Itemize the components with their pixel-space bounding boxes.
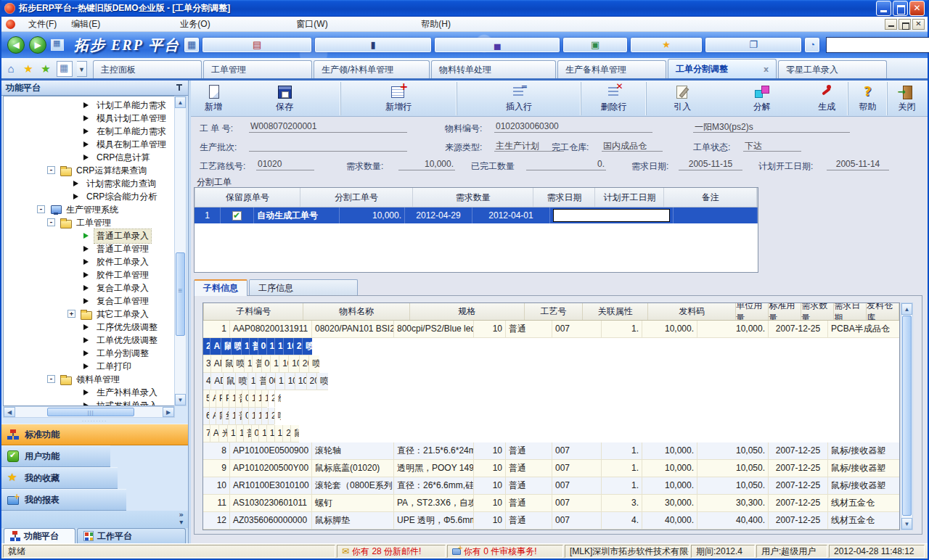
expand-toggle[interactable]: - xyxy=(47,375,55,383)
book-icon[interactable] xyxy=(315,38,431,52)
column-header[interactable]: 需求数量 xyxy=(801,303,834,320)
panel-my-reports[interactable]: 我的报表 xyxy=(1,489,126,511)
generate-button[interactable]: 生成 xyxy=(809,82,845,115)
split-order-row[interactable]: 1 自动生成工单号 10,000. 2012-04-29 2012-04-01 xyxy=(195,207,758,223)
tree-item[interactable]: - CRP运算结果查询 xyxy=(4,164,75,177)
column-header[interactable]: 发料码 xyxy=(648,303,736,320)
pin-icon[interactable] xyxy=(175,83,184,92)
material-name-field[interactable]: 一阳M30(ps2)s xyxy=(693,121,850,133)
column-header[interactable]: 需求日期 xyxy=(834,303,867,320)
sidebar-horizontal-scrollbar[interactable]: ◀ ▶ xyxy=(3,406,175,418)
column-header[interactable]: 需求数量 xyxy=(413,188,533,207)
grid-icon[interactable] xyxy=(184,38,199,52)
tab-main-panel[interactable]: 主控面板 x xyxy=(93,60,202,78)
scroll-up-button[interactable]: ▲ xyxy=(175,96,186,108)
鼠标脚垫[interactable]: 12 AZ0356060000000 鼠标脚垫 UPE 透明，Φ5.6mm， 1… xyxy=(203,512,899,530)
calendar-icon[interactable] xyxy=(202,38,311,52)
route-no-field[interactable]: 01020 xyxy=(256,159,314,170)
menu-item[interactable]: 窗口(W) xyxy=(289,17,414,32)
required-date-field[interactable]: 2005-11-15 xyxy=(679,159,742,170)
decompose-button[interactable]: 分解 xyxy=(716,82,809,115)
required-qty-field[interactable]: 10,000. xyxy=(398,159,455,170)
tree-item[interactable]: 复合工单管理 xyxy=(4,295,174,308)
star-icon[interactable] xyxy=(631,38,702,52)
scroll-up-button[interactable]: ▲ xyxy=(901,303,912,315)
scroll-down-button[interactable]: ▼ xyxy=(901,518,912,530)
tree-item[interactable]: 工序优先级调整 xyxy=(4,321,174,334)
column-header[interactable] xyxy=(757,188,758,207)
help-button[interactable]: 帮助 xyxy=(848,82,884,115)
column-header[interactable]: 单位用量 xyxy=(736,303,769,320)
remark-input[interactable] xyxy=(553,209,670,222)
delete-row-button[interactable]: 删除行 xyxy=(581,82,643,115)
column-header[interactable]: 物料名称 xyxy=(303,303,410,320)
add-favorite-icon[interactable]: ★ xyxy=(39,62,52,75)
planned-start-field[interactable]: 2005-11-14 xyxy=(827,159,889,170)
window-icon[interactable] xyxy=(705,38,801,52)
save-button[interactable]: 保存 xyxy=(232,82,337,115)
forward-button[interactable]: ▶ xyxy=(29,36,46,54)
螺钉[interactable]: 11 AS1030230601011 螺钉 PA，ST2.3X6，自攻尖 10 … xyxy=(203,495,899,512)
tree-item[interactable]: 工单打印 xyxy=(4,360,174,373)
tree-item[interactable]: 普通工单管理 xyxy=(4,242,174,255)
tab-child-material-info[interactable]: 子料信息 xyxy=(194,279,247,296)
minimize-button[interactable] xyxy=(876,1,891,16)
tab-work-order-split[interactable]: 工单分割调整 x xyxy=(668,59,777,78)
expand-toggle[interactable]: - xyxy=(37,205,45,213)
order-status-field[interactable]: 下达 xyxy=(743,140,801,152)
tree-item[interactable]: - 领料单管理 xyxy=(4,373,174,386)
expand-toggle[interactable]: - xyxy=(47,218,55,226)
tree-item[interactable]: 工单分割调整 xyxy=(4,347,174,360)
grid-vertical-scrollbar[interactable]: ▲ ▼ xyxy=(901,302,913,530)
鼠标底盖(01020)[interactable]: 9 AP1010200500Y00 鼠标底盖(01020) 透明黑，POOY 1… xyxy=(203,460,899,477)
PS/2公插线(带SR1)[interactable]: 5 AEWP1H3BE002500 PS/2公插线(带SR1) PS/2Blac… xyxy=(203,390,267,408)
鼠标中框（08020）[interactable]: 4 AD1010200400500 鼠标中框（08020） 喷油：两侧为哑黑，(… xyxy=(203,373,328,390)
tab-list-dropdown-icon[interactable]: ▼ xyxy=(77,61,87,77)
close-button[interactable]: 关闭 xyxy=(887,82,923,115)
more-options-icon[interactable]: »▾ xyxy=(179,511,184,526)
column-header[interactable]: 计划开工日期 xyxy=(595,188,664,207)
column-header[interactable]: 工艺号 xyxy=(525,303,584,320)
expand-toggle[interactable]: + xyxy=(67,310,75,318)
滚轮套（0800E系列[interactable]: 10 AR10100E3010100 滚轮套（0800E系列 直径：26*6.6… xyxy=(203,477,899,495)
tab-material-requisition[interactable]: 生产领/补料单管理 x xyxy=(314,60,430,78)
sidebar-vertical-scrollbar[interactable]: ▲ ▼ xyxy=(174,96,187,406)
tree-item[interactable]: 拉式发料单录入 xyxy=(4,399,174,406)
menu-item[interactable]: 文件(F) xyxy=(21,17,64,32)
close-window-button[interactable] xyxy=(909,1,925,16)
tree-item[interactable]: 模具在制工单管理 xyxy=(4,138,128,151)
completed-qty-field[interactable]: 0. xyxy=(526,159,606,170)
restore-button[interactable] xyxy=(893,1,908,16)
material-no-field[interactable]: 0102030060300 xyxy=(494,121,652,133)
quick-command-input[interactable] xyxy=(826,37,929,53)
tree-item[interactable]: 普通工单录入 xyxy=(4,229,174,242)
menu-item[interactable]: 编辑(E) xyxy=(64,17,173,32)
column-header[interactable]: 发料仓库 xyxy=(867,303,899,320)
import-button[interactable]: 引入 xyxy=(646,82,716,115)
column-header[interactable]: 备注 xyxy=(664,188,757,207)
鼠标上盖(哑黑)[interactable]: 6 AG1010200060300 鼠标上盖(哑黑) 丝印：“一阳科技” 10 … xyxy=(203,408,274,425)
tree-item[interactable]: 生产补料单录入 xyxy=(4,386,174,399)
add-row-button[interactable]: 新增行 xyxy=(340,82,454,115)
tab-function-platform[interactable]: 功能平台 xyxy=(4,528,75,543)
column-header[interactable]: 分割工单号 xyxy=(300,188,413,207)
column-header[interactable]: 规格 xyxy=(410,303,525,320)
column-header[interactable]: 子料编号 xyxy=(204,303,303,320)
tree-item[interactable]: - 工单管理 xyxy=(4,216,174,229)
tree-item[interactable]: CRP综合能力分析 xyxy=(4,190,174,203)
tree-item[interactable]: + 其它工单录入 xyxy=(4,308,174,321)
tab-work-order-mgmt[interactable]: 工单管理 x xyxy=(203,60,312,78)
tab-misc-work-order[interactable]: 零星工单录入 x xyxy=(778,60,887,78)
scroll-left-button[interactable]: ◀ xyxy=(4,407,15,417)
insert-row-button[interactable]: 插入行 xyxy=(457,82,578,115)
tree-item[interactable]: CRP信息计算 xyxy=(4,151,81,164)
tree-item[interactable]: 计划工单能力需求 xyxy=(4,99,174,112)
鼠标按键左（0802[interactable]: 2 AD1010200200500 鼠标按键左（0802 喷油：哑黑，色卡号 1… xyxy=(203,338,312,355)
scroll-right-button[interactable]: ▶ xyxy=(163,407,174,417)
mdi-restore-button[interactable] xyxy=(899,19,911,30)
keep-original-checkbox[interactable] xyxy=(232,211,242,221)
new-button[interactable]: 新增 xyxy=(195,82,232,115)
tab-material-transfer[interactable]: 物料转单处理 x xyxy=(431,60,556,78)
menu-item[interactable]: 帮助(H) xyxy=(414,17,478,32)
splitter-handle[interactable]: ......... xyxy=(1,418,188,424)
